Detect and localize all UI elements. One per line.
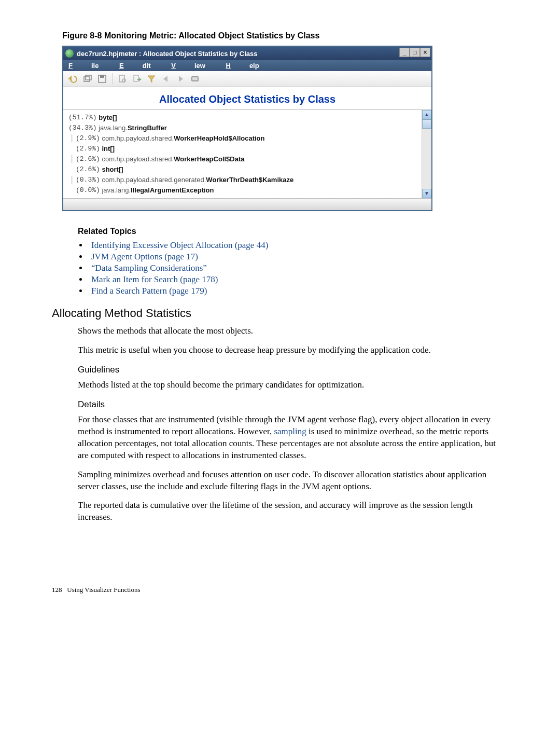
package-name: com.hp.payload.shared. — [102, 155, 174, 163]
console-icon[interactable] — [189, 73, 201, 85]
list-item[interactable]: (2.6%) short[] — [68, 164, 431, 174]
content-header: Allocated Object Statistics by Class — [63, 87, 431, 109]
pct-label: (2.6%) — [76, 165, 100, 173]
related-topics-heading: Related Topics — [78, 227, 508, 236]
package-name: java.lang. — [99, 124, 128, 132]
svg-rect-6 — [134, 75, 138, 81]
package-name: com.hp.payload.shared.generated. — [102, 176, 206, 184]
title-bar: dec7run2.hpjmeter : Allocated Object Sta… — [63, 47, 431, 60]
app-icon — [65, 49, 74, 58]
tree-line-icon — [68, 165, 76, 173]
window-status-bar — [63, 198, 431, 210]
minimize-button[interactable]: _ — [399, 48, 410, 57]
svg-rect-1 — [86, 75, 91, 80]
subsection-heading: Details — [78, 399, 508, 410]
list-item: Identifying Excessive Object Allocation … — [88, 240, 508, 251]
pct-label: (2.9%) — [76, 145, 100, 153]
menu-file[interactable]: File — [68, 62, 99, 70]
pct-label: (34.3%) — [68, 124, 97, 132]
restore-button[interactable]: □ — [410, 48, 420, 57]
toolbar-separator — [112, 73, 113, 85]
list-item[interactable]: │ (2.6%) com.hp.payload.shared.WorkerHea… — [68, 154, 431, 164]
figure-caption: Figure 8-8 Monitoring Metric: Allocated … — [62, 31, 508, 40]
svg-rect-8 — [192, 77, 198, 80]
section-heading: Allocating Method Statistics — [52, 307, 508, 320]
back-arrow-icon[interactable] — [160, 73, 172, 85]
pct-label: (51.7%) — [68, 114, 97, 121]
window-title: dec7run2.hpjmeter : Allocated Object Sta… — [77, 50, 257, 58]
related-topics-list: Identifying Excessive Object Allocation … — [88, 240, 508, 296]
body-text: Methods listed at the top should become … — [78, 379, 508, 391]
app-window: dec7run2.hpjmeter : Allocated Object Sta… — [62, 46, 432, 211]
pct-label: (0.0%) — [76, 186, 100, 194]
window-stack-icon[interactable] — [82, 73, 93, 85]
list-item: JVM Agent Options (page 17) — [88, 252, 508, 262]
scroll-down-icon[interactable]: ▼ — [422, 189, 431, 198]
filter-icon[interactable] — [146, 73, 157, 85]
scroll-thumb[interactable] — [422, 119, 431, 129]
class-name: WorkerHeapHold$Allocation — [174, 134, 264, 142]
package-name: java.lang. — [102, 186, 131, 194]
related-link[interactable]: “Data Sampling Considerations” — [91, 263, 207, 273]
list-item[interactable]: (51.7%) byte[] — [68, 112, 431, 122]
menu-view[interactable]: View — [171, 62, 205, 70]
content-title: Allocated Object Statistics by Class — [159, 93, 335, 105]
vertical-scrollbar[interactable]: ▲ ▼ — [422, 110, 431, 198]
menu-edit[interactable]: Edit — [119, 62, 151, 70]
list-item[interactable]: │ (2.9%) com.hp.payload.shared.WorkerHea… — [68, 133, 431, 143]
list-item[interactable]: │ (0.3%) com.hp.payload.shared.generated… — [68, 174, 431, 185]
pct-label: (2.9%) — [76, 134, 100, 142]
body-text: For those classes that are instrumented … — [78, 414, 508, 462]
list-item[interactable]: (2.9%) int[] — [68, 143, 431, 154]
list-area: ▲ ▼ (51.7%) byte[] (34.3%) java.lang.Str… — [63, 109, 431, 198]
package-name: com.hp.payload.shared. — [102, 134, 174, 142]
pct-label: (0.3%) — [76, 176, 100, 184]
pct-label: (2.6%) — [76, 155, 100, 163]
class-name: StringBuffer — [128, 124, 167, 132]
related-link[interactable]: JVM Agent Options (page 17) — [91, 252, 198, 261]
body-text: This metric is useful when you choose to… — [78, 344, 508, 356]
toolbar — [63, 71, 431, 87]
body-text: The reported data is cumulative over the… — [78, 500, 508, 523]
body-text: Sampling minimizes overhead and focuses … — [78, 469, 508, 493]
related-link[interactable]: Identifying Excessive Object Allocation … — [91, 240, 268, 250]
tree-line-icon: │ — [68, 155, 76, 163]
page-footer: 128 Using Visualizer Functions — [52, 586, 508, 594]
close-button[interactable]: × — [420, 48, 430, 57]
svg-point-5 — [122, 79, 125, 82]
list-item[interactable]: (34.3%) java.lang.StringBuffer — [68, 122, 431, 133]
footer-text: Using Visualizer Functions — [67, 586, 140, 593]
tree-line-icon — [68, 186, 76, 194]
menu-help[interactable]: Help — [226, 62, 259, 70]
window-controls: _ □ × — [399, 48, 430, 57]
list-item: “Data Sampling Considerations” — [88, 263, 508, 273]
related-link[interactable]: Find a Search Pattern (page 179) — [91, 286, 207, 296]
svg-rect-0 — [84, 77, 90, 81]
related-link[interactable]: Mark an Item for Search (page 178) — [91, 274, 218, 284]
tree-line-icon: │ — [68, 176, 76, 184]
subsection-heading: Guidelines — [78, 365, 508, 375]
page-number: 128 — [52, 586, 62, 593]
menu-bar: File Edit View Help — [63, 60, 431, 71]
class-name: WorkerHeapColl$Data — [174, 155, 244, 163]
class-name: short[] — [102, 165, 123, 173]
body-text: Shows the methods that allocate the most… — [78, 325, 508, 337]
list-item[interactable]: (0.0%) java.lang.IllegalArgumentExceptio… — [68, 185, 431, 195]
class-name: byte[] — [99, 114, 117, 121]
scroll-up-icon[interactable]: ▲ — [422, 110, 431, 119]
list-item: Find a Search Pattern (page 179) — [88, 286, 508, 296]
svg-rect-3 — [100, 75, 104, 78]
tree-line-icon: │ — [68, 134, 76, 142]
class-name: IllegalArgumentException — [131, 186, 214, 194]
save-icon[interactable] — [96, 73, 108, 85]
undo-icon[interactable] — [67, 73, 79, 85]
forward-arrow-icon[interactable] — [175, 73, 186, 85]
search-doc-icon[interactable] — [117, 73, 128, 85]
list-item: Mark an Item for Search (page 178) — [88, 274, 508, 285]
inline-link[interactable]: sampling — [274, 426, 306, 436]
tree-line-icon — [68, 145, 76, 153]
class-name: int[] — [102, 145, 115, 153]
page-go-icon[interactable] — [131, 73, 143, 85]
class-name: WorkerThrDeath$Kamikaze — [206, 176, 293, 184]
